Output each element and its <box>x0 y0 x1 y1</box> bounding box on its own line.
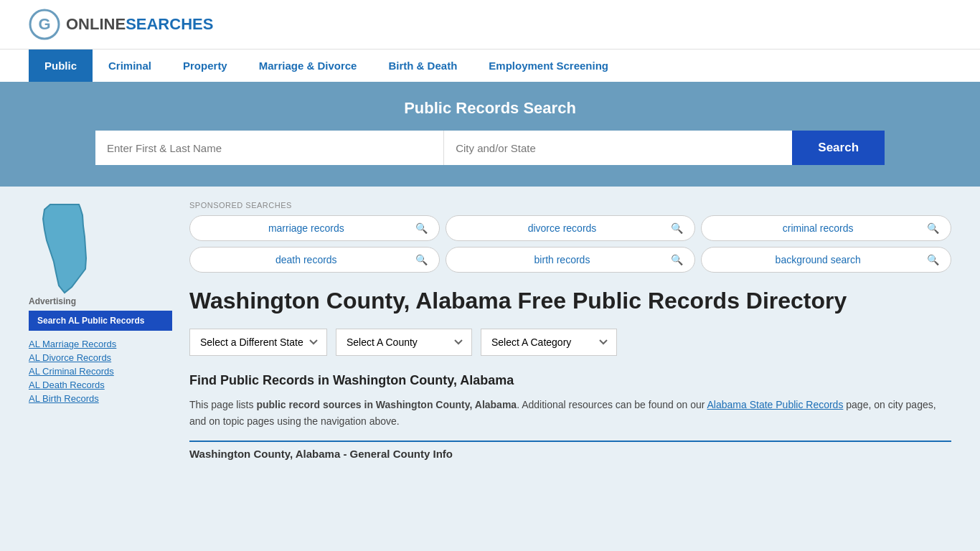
find-records-title: Find Public Records in Washington County… <box>189 373 951 388</box>
county-info-header: Washington County, Alabama - General Cou… <box>189 441 951 460</box>
ad-search-button[interactable]: Search AL Public Records <box>29 311 172 331</box>
sponsored-item-birth[interactable]: birth records 🔍 <box>446 247 696 273</box>
sponsored-label: SPONSORED SEARCHES <box>189 201 951 209</box>
logo-text: ONLINESEARCHES <box>66 15 213 34</box>
sponsored-item-divorce[interactable]: divorce records 🔍 <box>446 215 696 241</box>
hero-title: Public Records Search <box>29 99 951 118</box>
list-item: AL Death Records <box>29 379 172 390</box>
location-input[interactable] <box>444 131 792 165</box>
logo-icon: G <box>29 9 60 40</box>
site-header: G ONLINESEARCHES <box>0 0 980 49</box>
list-item: AL Divorce Records <box>29 352 172 363</box>
sponsored-item-background[interactable]: background search 🔍 <box>701 247 951 273</box>
al-criminal-link[interactable]: AL Criminal Records <box>29 366 114 377</box>
page-title-text: Washington County, Alabama Free Public R… <box>189 287 847 314</box>
main-nav: Public Criminal Property Marriage & Divo… <box>0 49 980 82</box>
search-icon: 🔍 <box>671 222 683 234</box>
sponsored-item-death[interactable]: death records 🔍 <box>189 247 440 273</box>
category-dropdown[interactable]: Select A Category <box>481 329 617 356</box>
find-records-text: This page lists public record sources in… <box>189 397 951 429</box>
list-item: AL Criminal Records <box>29 365 172 377</box>
nav-item-birth-death[interactable]: Birth & Death <box>372 50 473 82</box>
sponsored-item-marriage[interactable]: marriage records 🔍 <box>189 215 440 241</box>
main-content: Advertising Search AL Public Records AL … <box>0 187 980 474</box>
advertising-label: Advertising <box>29 296 172 306</box>
sponsored-item-criminal[interactable]: criminal records 🔍 <box>701 215 951 241</box>
nav-item-criminal[interactable]: Criminal <box>93 50 167 82</box>
content-area: SPONSORED SEARCHES marriage records 🔍 di… <box>189 201 951 460</box>
nav-item-employment[interactable]: Employment Screening <box>473 50 624 82</box>
list-item: AL Marriage Records <box>29 338 172 349</box>
al-state-records-link[interactable]: Alabama State Public Records <box>707 399 844 410</box>
al-divorce-link[interactable]: AL Divorce Records <box>29 352 111 363</box>
sidebar: Advertising Search AL Public Records AL … <box>29 201 172 460</box>
al-marriage-link[interactable]: AL Marriage Records <box>29 339 116 349</box>
search-bar: Search <box>95 131 885 165</box>
list-item: AL Birth Records <box>29 392 172 404</box>
al-death-link[interactable]: AL Death Records <box>29 380 105 390</box>
page-title: Washington County, Alabama Free Public R… <box>189 287 847 314</box>
search-icon: 🔍 <box>415 222 428 234</box>
dropdown-row: Select a Different State Select A County… <box>189 329 951 356</box>
page-title-section: Washington County, Alabama Free Public R… <box>189 287 951 314</box>
state-dropdown[interactable]: Select a Different State <box>189 329 327 356</box>
search-icon: 🔍 <box>671 254 683 265</box>
search-icon: 🔍 <box>927 254 939 265</box>
county-dropdown[interactable]: Select A County <box>336 329 472 356</box>
sponsored-grid: marriage records 🔍 divorce records 🔍 cri… <box>189 215 951 273</box>
nav-item-marriage-divorce[interactable]: Marriage & Divorce <box>243 50 373 82</box>
search-icon: 🔍 <box>927 222 939 234</box>
search-icon: 🔍 <box>415 254 428 265</box>
svg-text:G: G <box>38 15 50 33</box>
al-birth-link[interactable]: AL Birth Records <box>29 393 99 404</box>
hero-section: Public Records Search Search <box>0 82 980 187</box>
logo[interactable]: G ONLINESEARCHES <box>29 9 213 40</box>
sidebar-links: AL Marriage Records AL Divorce Records A… <box>29 338 172 404</box>
search-button[interactable]: Search <box>792 131 885 165</box>
nav-item-property[interactable]: Property <box>167 50 243 82</box>
nav-item-public[interactable]: Public <box>29 50 93 82</box>
state-map <box>29 201 100 294</box>
name-input[interactable] <box>95 131 444 165</box>
